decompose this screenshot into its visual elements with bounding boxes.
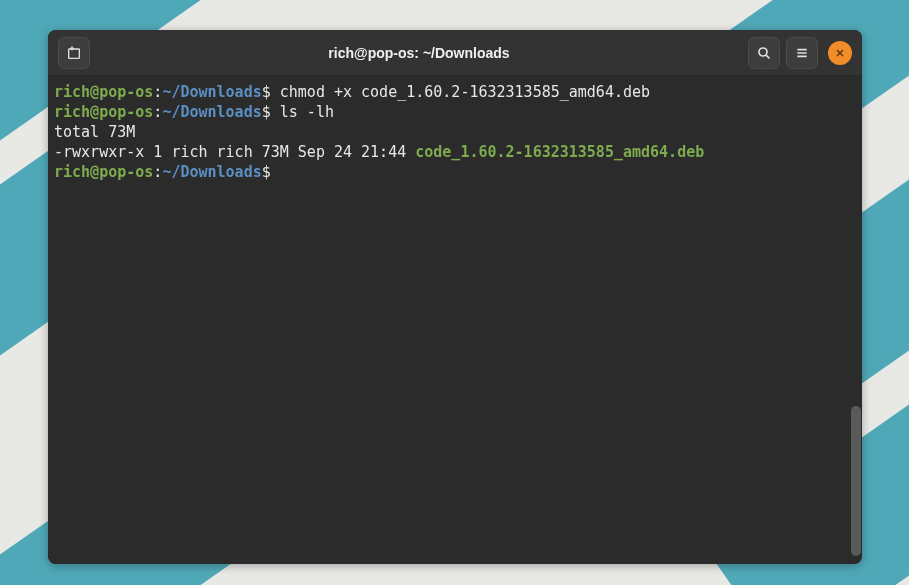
terminal-body[interactable]: rich@pop-os:~/Downloads$ chmod +x code_1… <box>48 76 862 564</box>
command-text: ls -lh <box>271 103 334 121</box>
scrollbar-track <box>850 76 862 562</box>
close-button[interactable] <box>828 41 852 65</box>
command-text <box>271 163 280 181</box>
prompt-user-host: rich@pop-os <box>54 163 153 181</box>
svg-line-4 <box>766 55 769 58</box>
prompt-user-host: rich@pop-os <box>54 83 153 101</box>
window-title: rich@pop-os: ~/Downloads <box>96 45 742 61</box>
output-filename: code_1.60.2-1632313585_amd64.deb <box>415 143 704 161</box>
terminal-line: rich@pop-os:~/Downloads$ ls -lh <box>54 102 856 122</box>
titlebar: rich@pop-os: ~/Downloads <box>48 30 862 76</box>
menu-button[interactable] <box>786 37 818 69</box>
prompt-dollar: $ <box>262 103 271 121</box>
terminal-line: rich@pop-os:~/Downloads$ <box>54 162 856 182</box>
output-perms: -rwxrwxr-x 1 rich rich 73M Sep 24 21:44 <box>54 143 415 161</box>
prompt-path: ~/Downloads <box>162 163 261 181</box>
output-line: total 73M <box>54 122 856 142</box>
prompt-dollar: $ <box>262 83 271 101</box>
scrollbar-thumb[interactable] <box>851 406 861 556</box>
prompt-path: ~/Downloads <box>162 83 261 101</box>
terminal-line: rich@pop-os:~/Downloads$ chmod +x code_1… <box>54 82 856 102</box>
prompt-dollar: $ <box>262 163 271 181</box>
svg-rect-0 <box>69 49 80 58</box>
command-text: chmod +x code_1.60.2-1632313585_amd64.de… <box>271 83 650 101</box>
output-line: -rwxrwxr-x 1 rich rich 73M Sep 24 21:44 … <box>54 142 856 162</box>
prompt-user-host: rich@pop-os <box>54 103 153 121</box>
prompt-path: ~/Downloads <box>162 103 261 121</box>
new-tab-button[interactable] <box>58 37 90 69</box>
search-button[interactable] <box>748 37 780 69</box>
svg-point-3 <box>759 48 767 56</box>
terminal-window: rich@pop-os: ~/Downloads rich@pop-os:~/D… <box>48 30 862 564</box>
